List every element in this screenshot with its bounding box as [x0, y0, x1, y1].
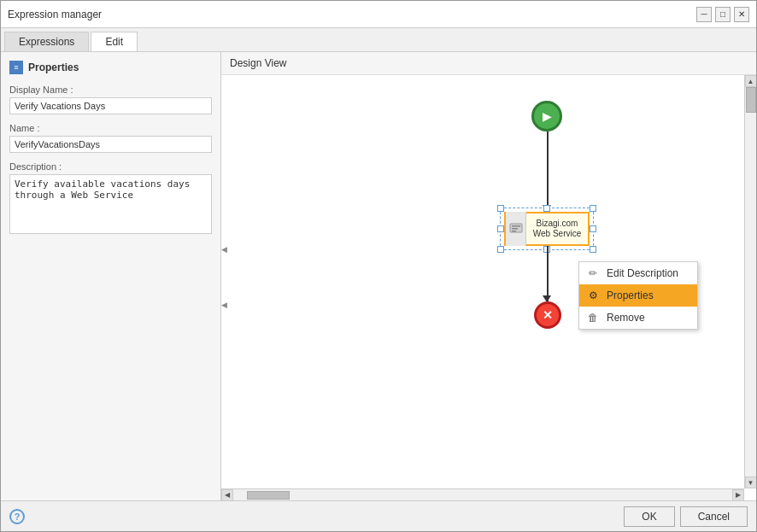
gear-icon: ⚙	[586, 289, 600, 302]
cancel-button[interactable]: Cancel	[680, 506, 748, 527]
right-panel: Design View	[221, 52, 756, 500]
context-menu: ✏ Edit Description ⚙ Properties 🗑 Remove	[578, 261, 698, 330]
scroll-track-horizontal[interactable]	[233, 489, 732, 500]
horizontal-scrollbar[interactable]: ◀ ▶	[221, 488, 744, 500]
tab-edit[interactable]: Edit	[91, 32, 138, 51]
scroll-thumb-horizontal[interactable]	[247, 491, 290, 500]
canvas-area[interactable]: Bizagi.com Web Service ✏ Edit Descriptio…	[221, 75, 756, 500]
trash-icon: 🗑	[586, 311, 600, 324]
collapse-handle-top[interactable]: ◀	[221, 245, 227, 254]
main-content: ≡ Properties Display Name : Name : Descr…	[1, 52, 756, 500]
expression-manager-window: Expression manager ─ □ ✕ Expressions Edi…	[0, 0, 757, 532]
remove-label: Remove	[607, 312, 645, 324]
handle-tl	[497, 205, 504, 212]
diagram-container: Bizagi.com Web Service ✏ Edit Descriptio…	[221, 75, 744, 488]
scroll-track-vertical[interactable]	[745, 87, 756, 476]
context-edit-description[interactable]: ✏ Edit Description	[579, 262, 697, 284]
node-line1: Bizagi.com	[528, 219, 586, 229]
handle-bl	[497, 246, 504, 253]
panel-header-label: Properties	[28, 61, 79, 73]
collapse-handle-bottom[interactable]: ◀	[221, 301, 227, 309]
name-input[interactable]	[9, 136, 212, 153]
minimize-button[interactable]: ─	[696, 7, 712, 22]
handle-tr	[590, 205, 596, 212]
context-remove[interactable]: 🗑 Remove	[579, 307, 697, 329]
display-name-group: Display Name :	[9, 85, 212, 114]
bottom-buttons: OK Cancel	[624, 506, 748, 527]
edit-icon: ✏	[586, 266, 600, 280]
title-controls: ─ □ ✕	[696, 7, 749, 22]
name-label: Name :	[9, 123, 212, 133]
properties-label: Properties	[607, 289, 654, 301]
help-button[interactable]: ?	[9, 509, 25, 524]
handle-br	[590, 246, 596, 253]
context-properties[interactable]: ⚙ Properties	[579, 284, 697, 307]
display-name-label: Display Name :	[9, 85, 212, 95]
scroll-left-button[interactable]: ◀	[221, 489, 233, 501]
bottom-bar: ? OK Cancel	[1, 500, 756, 531]
scroll-down-button[interactable]: ▼	[745, 476, 757, 488]
connector-ws-end	[547, 246, 549, 301]
description-input[interactable]: Verify available vacations days through …	[9, 174, 212, 234]
handle-mr	[590, 225, 596, 232]
end-node[interactable]	[534, 301, 561, 329]
scroll-thumb-vertical[interactable]	[746, 87, 756, 113]
tab-bar: Expressions Edit	[1, 28, 756, 52]
description-group: Description : Verify available vacations…	[9, 161, 212, 237]
design-view-header: Design View	[221, 52, 756, 75]
svg-rect-3	[512, 231, 516, 232]
edit-description-label: Edit Description	[607, 267, 678, 279]
properties-icon: ≡	[9, 61, 23, 74]
handle-ml	[497, 225, 504, 232]
maximize-button[interactable]: □	[715, 7, 731, 22]
vertical-scrollbar[interactable]: ▲ ▼	[744, 75, 756, 488]
panel-header: ≡ Properties	[9, 61, 212, 74]
left-panel: ≡ Properties Display Name : Name : Descr…	[1, 52, 221, 500]
scroll-right-button[interactable]: ▶	[732, 489, 744, 501]
svg-rect-1	[512, 225, 520, 227]
tab-expressions[interactable]: Expressions	[4, 32, 89, 51]
ok-button[interactable]: OK	[624, 506, 674, 527]
web-service-icon	[506, 212, 526, 246]
handle-tc	[543, 205, 550, 212]
name-group: Name :	[9, 123, 212, 153]
start-node[interactable]	[531, 101, 562, 132]
scroll-up-button[interactable]: ▲	[745, 75, 757, 87]
node-label: Bizagi.com Web Service	[526, 217, 588, 241]
window-title: Expression manager	[8, 9, 102, 20]
close-button[interactable]: ✕	[734, 7, 749, 22]
design-view-label: Design View	[230, 57, 286, 69]
web-service-node[interactable]: Bizagi.com Web Service	[504, 212, 590, 246]
svg-rect-2	[512, 228, 518, 230]
description-label: Description :	[9, 161, 212, 172]
connector-start-ws	[547, 132, 549, 212]
node-line2: Web Service	[528, 229, 586, 239]
title-bar: Expression manager ─ □ ✕	[1, 1, 756, 28]
display-name-input[interactable]	[9, 97, 212, 114]
